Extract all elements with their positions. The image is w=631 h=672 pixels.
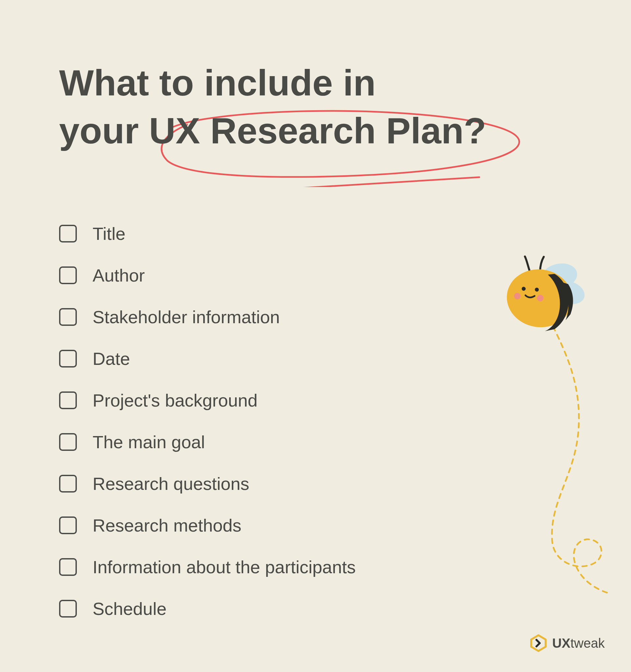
checkbox[interactable] (59, 350, 77, 367)
check-label: Date (93, 349, 130, 369)
bee-illustration (480, 246, 611, 607)
title-line-2: your UX Research Plan? (59, 110, 486, 151)
uxtweak-logo-icon (529, 634, 547, 652)
page-title: What to include in your UX Research Plan… (59, 59, 572, 154)
checkbox[interactable] (59, 475, 77, 493)
check-label: Research questions (93, 474, 249, 494)
checkbox[interactable] (59, 225, 77, 242)
list-item: Title (59, 223, 572, 244)
checkbox[interactable] (59, 266, 77, 284)
title-line-1: What to include in (59, 62, 376, 103)
checkbox[interactable] (59, 391, 77, 409)
checkbox[interactable] (59, 600, 77, 618)
checkbox[interactable] (59, 308, 77, 326)
checkbox[interactable] (59, 517, 77, 534)
check-label: Project's background (93, 390, 258, 410)
check-label: Information about the participants (93, 557, 355, 577)
checkbox[interactable] (59, 558, 77, 576)
checkbox[interactable] (59, 433, 77, 451)
check-label: The main goal (93, 432, 205, 452)
check-label: Stakeholder information (93, 307, 280, 327)
check-label: Author (93, 265, 145, 286)
check-label: Title (93, 223, 125, 244)
brand-name: UXtweak (552, 636, 605, 651)
check-label: Research methods (93, 515, 241, 535)
check-label: Schedule (93, 599, 166, 619)
brand-logo: UXtweak (529, 634, 605, 652)
